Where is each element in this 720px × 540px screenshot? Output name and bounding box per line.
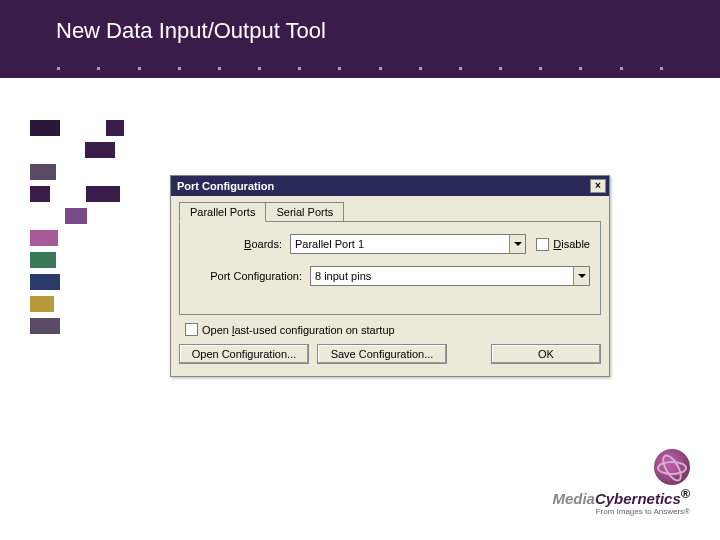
logo-wordmark: MediaCybernetics® xyxy=(552,487,690,507)
port-config-value: 8 input pins xyxy=(311,270,573,282)
chevron-down-icon xyxy=(514,242,522,246)
ok-button[interactable]: OK xyxy=(491,344,601,364)
tab-panel: Boards: Parallel Port 1 Disable Port Con… xyxy=(179,221,601,315)
port-config-label: Port Configuration: xyxy=(190,270,310,282)
port-configuration-dialog: Port Configuration × Parallel Ports Seri… xyxy=(170,175,610,377)
decorative-dots xyxy=(0,67,720,70)
port-config-dropdown-button[interactable] xyxy=(573,267,589,285)
disable-checkbox[interactable] xyxy=(536,238,549,251)
chevron-down-icon xyxy=(578,274,586,278)
open-configuration-button[interactable]: Open Configuration... xyxy=(179,344,309,364)
tab-parallel-ports[interactable]: Parallel Ports xyxy=(179,202,266,222)
logo-icon xyxy=(654,449,690,485)
port-config-combobox[interactable]: 8 input pins xyxy=(310,266,590,286)
boards-combobox[interactable]: Parallel Port 1 xyxy=(290,234,526,254)
boards-dropdown-button[interactable] xyxy=(509,235,525,253)
disable-label: Disable xyxy=(553,238,590,250)
close-button[interactable]: × xyxy=(590,179,606,193)
dialog-bottom: Open last-used configuration on startup … xyxy=(171,315,609,376)
startup-checkbox[interactable] xyxy=(185,323,198,336)
boards-label: Boards: xyxy=(190,238,290,250)
brand-logo: MediaCybernetics® From Images to Answers… xyxy=(552,449,690,516)
tab-serial-ports[interactable]: Serial Ports xyxy=(265,202,344,222)
dialog-title: Port Configuration xyxy=(177,180,274,192)
decorative-blocks xyxy=(30,120,140,340)
logo-tagline: From Images to Answers® xyxy=(596,507,690,516)
slide-header: New Data Input/Output Tool xyxy=(0,0,720,78)
save-configuration-button[interactable]: Save Configuration... xyxy=(317,344,447,364)
tab-row: Parallel Ports Serial Ports xyxy=(171,196,609,222)
slide-title: New Data Input/Output Tool xyxy=(56,18,720,44)
boards-value: Parallel Port 1 xyxy=(291,238,509,250)
startup-label: Open last-used configuration on startup xyxy=(202,324,395,336)
dialog-titlebar[interactable]: Port Configuration × xyxy=(171,176,609,196)
